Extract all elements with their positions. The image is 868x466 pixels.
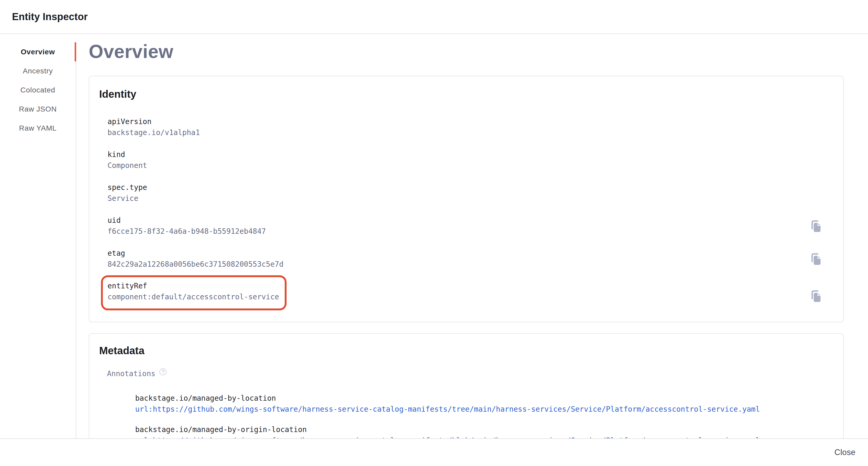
field-row-kind: kind Component <box>107 150 843 171</box>
page-title: Overview <box>89 41 868 62</box>
inspector-sidebar: Overview Ancestry Colocated Raw JSON Raw… <box>0 42 76 438</box>
field-value: backstage.io/v1alpha1 <box>107 128 200 138</box>
field-label: uid <box>107 215 266 226</box>
content-scroll-area: Overview Identity apiVersion backstage.i… <box>76 34 868 438</box>
sidebar-item-overview[interactable]: Overview <box>0 42 76 61</box>
identity-card: Identity apiVersion backstage.io/v1alpha… <box>89 76 844 322</box>
field-row-apiversion: apiVersion backstage.io/v1alpha1 <box>107 117 843 138</box>
dialog-title: Entity Inspector <box>12 11 88 23</box>
field-value: Service <box>107 194 147 203</box>
field-entityref: entityRef component:default/accesscontro… <box>107 281 279 302</box>
field-row-etag: etag 842c29a2a12268a0056be6c371508200553… <box>107 249 843 269</box>
annotation-key: backstage.io/managed-by-origin-location <box>135 425 843 435</box>
field-value: f6cce175-8f32-4a6a-b948-b55912eb4847 <box>107 227 266 236</box>
annotation-link[interactable]: url:https://github.com/wings-software/ha… <box>135 404 760 414</box>
dialog-footer: Close <box>0 438 868 466</box>
metadata-card-title: Metadata <box>99 344 843 357</box>
metadata-card: Metadata Annotations ? backstage.io/mana… <box>89 333 844 438</box>
close-button[interactable]: Close <box>830 444 860 461</box>
field-value: Component <box>107 161 147 171</box>
annotation-key: backstage.io/managed-by-location <box>135 394 843 403</box>
copy-icon <box>810 220 822 232</box>
field-label: spec.type <box>107 182 147 193</box>
field-value: 842c29a2a12268a0056be6c371508200553c5e7d <box>107 259 283 269</box>
annotations-section-header: Annotations ? <box>107 369 843 379</box>
sidebar-item-colocated[interactable]: Colocated <box>0 81 76 99</box>
field-label: etag <box>107 249 283 258</box>
copy-etag-button[interactable] <box>809 252 822 266</box>
copy-uid-button[interactable] <box>809 219 822 233</box>
entity-inspector-dialog: Entity Inspector Overview Ancestry Coloc… <box>0 0 868 466</box>
field-etag: etag 842c29a2a12268a0056be6c371508200553… <box>107 249 283 269</box>
annotation-entry: backstage.io/managed-by-location url:htt… <box>135 394 843 414</box>
field-apiversion: apiVersion backstage.io/v1alpha1 <box>107 117 200 138</box>
field-row-entityref: entityRef component:default/accesscontro… <box>107 281 843 310</box>
annotation-entry: backstage.io/managed-by-origin-location … <box>135 425 843 438</box>
annotations-label: Annotations <box>107 369 155 379</box>
copy-entityref-button[interactable] <box>809 289 822 303</box>
field-value: component:default/accesscontrol-service <box>107 292 279 302</box>
sidebar-item-raw-json[interactable]: Raw JSON <box>0 99 76 119</box>
field-spec-type: spec.type Service <box>107 182 147 203</box>
dialog-body: Overview Ancestry Colocated Raw JSON Raw… <box>0 34 868 438</box>
annotation-link[interactable]: url:https://github.com/wings-software/ha… <box>135 436 760 438</box>
field-label: entityRef <box>107 281 279 291</box>
identity-card-title: Identity <box>99 88 843 100</box>
sidebar-item-raw-yaml[interactable]: Raw YAML <box>0 119 76 138</box>
field-kind: kind Component <box>107 150 147 171</box>
identity-fields: apiVersion backstage.io/v1alpha1 kind Co… <box>107 117 843 310</box>
dialog-header: Entity Inspector <box>0 0 868 34</box>
field-row-uid: uid f6cce175-8f32-4a6a-b948-b55912eb4847 <box>107 215 843 236</box>
sidebar-item-ancestry[interactable]: Ancestry <box>0 61 76 81</box>
field-row-spec-type: spec.type Service <box>107 182 843 203</box>
field-label: kind <box>107 150 147 159</box>
entityref-highlight-box: entityRef component:default/accesscontro… <box>101 275 286 310</box>
help-icon[interactable]: ? <box>159 368 166 375</box>
field-uid: uid f6cce175-8f32-4a6a-b948-b55912eb4847 <box>107 215 266 236</box>
copy-icon <box>810 252 822 265</box>
field-label: apiVersion <box>107 117 200 127</box>
copy-icon <box>810 289 822 302</box>
